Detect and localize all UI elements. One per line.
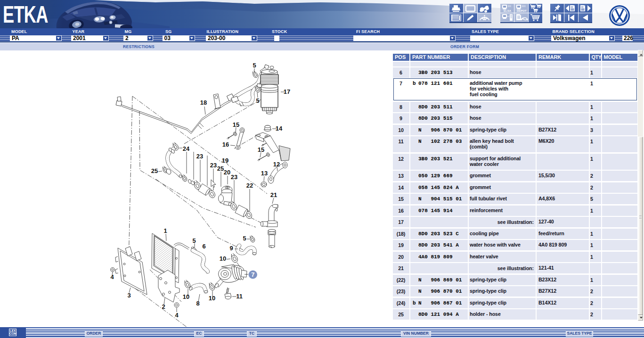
svg-text:17: 17 (284, 88, 290, 95)
svg-text:19: 19 (222, 157, 228, 164)
svg-text:11: 11 (236, 293, 243, 300)
svg-text:21: 21 (270, 191, 277, 198)
svg-text:25: 25 (151, 167, 158, 174)
svg-text:15: 15 (233, 121, 239, 128)
svg-text:1: 1 (163, 227, 167, 234)
svg-text:9: 9 (229, 245, 233, 252)
svg-text:7: 7 (251, 271, 254, 278)
svg-text:24: 24 (183, 145, 190, 152)
svg-text:25: 25 (217, 165, 224, 172)
svg-text:10: 10 (220, 255, 226, 262)
svg-text:16: 16 (222, 141, 229, 148)
svg-text:5: 5 (253, 62, 256, 69)
svg-text:23: 23 (231, 173, 237, 181)
svg-text:5: 5 (256, 97, 259, 104)
svg-text:5: 5 (243, 235, 246, 242)
svg-text:4: 4 (110, 273, 114, 280)
svg-text:13: 13 (261, 170, 268, 177)
svg-text:18: 18 (200, 99, 207, 106)
svg-text:14: 14 (276, 125, 283, 132)
svg-text:23: 23 (210, 162, 217, 169)
svg-text:10: 10 (183, 293, 189, 300)
svg-text:12: 12 (273, 161, 280, 168)
svg-text:22: 22 (246, 182, 253, 189)
svg-text:23: 23 (196, 153, 203, 160)
svg-text:2: 2 (162, 303, 165, 310)
svg-text:3: 3 (127, 292, 130, 299)
svg-text:20: 20 (224, 169, 230, 176)
svg-text:8: 8 (196, 300, 199, 307)
svg-text:5: 5 (192, 237, 196, 244)
svg-text:15: 15 (258, 146, 264, 153)
svg-text:4: 4 (175, 312, 179, 319)
svg-text:6: 6 (202, 243, 205, 250)
svg-text:10: 10 (209, 295, 215, 302)
